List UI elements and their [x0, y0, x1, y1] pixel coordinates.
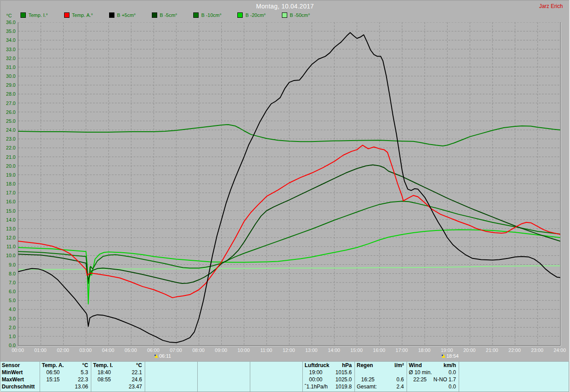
y-tick-label: 2.0: [0, 325, 16, 330]
stats-cell-value: 2.4: [396, 383, 406, 390]
legend-swatch-icon: [109, 12, 114, 18]
x-tick-label: 10:00: [234, 348, 253, 353]
stats-cell-time: Ø 10 min.: [408, 369, 432, 376]
legend-label: B -10cm°: [201, 12, 221, 18]
y-tick-label: 36.0: [0, 20, 16, 25]
stats-group-unit: [247, 362, 249, 369]
x-tick-label: 09:00: [211, 348, 231, 353]
stats-group-title: [251, 362, 252, 369]
y-tick-label: 33.0: [0, 47, 16, 52]
stats-group-unit: °C: [82, 362, 90, 369]
stats-cell-value: [300, 383, 301, 390]
stats-cell-time: 15:15: [41, 376, 60, 383]
x-tick-label: 13:00: [301, 348, 321, 353]
user-name-label: Jarz Erich: [539, 3, 563, 9]
y-tick-label: 7.0: [0, 280, 16, 285]
title-bar: Montag, 10.04.2017 Jarz Erich: [0, 0, 570, 12]
y-tick-label: 22.0: [0, 145, 16, 150]
y-tick-label: 12.0: [0, 235, 16, 240]
y-tick-label: 18.0: [0, 181, 16, 186]
x-tick-label: 03:00: [76, 348, 95, 353]
y-tick-label: 26.0: [0, 109, 16, 115]
stats-group-title: Regen: [356, 362, 373, 369]
x-tick-label: 22:00: [505, 348, 525, 353]
x-tick-label: 11:00: [256, 348, 276, 353]
stats-cell-value: [300, 376, 301, 383]
y-tick-label: 25.0: [0, 118, 16, 124]
legend-item-tempa[interactable]: Temp. A.°: [64, 12, 93, 18]
page-title: Montag, 10.04.2017: [0, 3, 570, 10]
sunset-time-label: 18:54: [446, 353, 459, 359]
stats-group-empty: [459, 362, 570, 392]
legend-item-b-20cm[interactable]: B -20cm°: [237, 12, 265, 18]
y-tick-label: 34.0: [0, 37, 16, 43]
y-tick-label: 35.0: [0, 28, 16, 34]
legend-item-b+5cm[interactable]: B +5cm°: [109, 12, 136, 18]
y-axis-unit-label: °C: [6, 13, 12, 18]
legend-swatch-icon: [64, 12, 69, 18]
stats-group-unit: km/h: [444, 362, 458, 369]
legend-item-tempi[interactable]: Temp. I.°: [20, 12, 48, 18]
stats-cell-value: [247, 376, 249, 383]
stats-cell-value: 0.0: [448, 369, 458, 376]
weather-app-window: Montag, 10.04.2017 Jarz Erich °C Temp. I…: [0, 0, 570, 392]
chart-plot-area[interactable]: [18, 22, 561, 346]
series-line-b-50cm: [18, 266, 560, 295]
stats-cell-time: [92, 383, 98, 390]
stats-group-title: [460, 362, 461, 369]
sunset-icon: [442, 354, 445, 358]
stats-cell-time: [146, 369, 151, 376]
stats-cell-value: [300, 369, 301, 376]
stats-group-unit: l/m²: [395, 362, 406, 369]
stats-group-unit: hPa: [342, 362, 354, 369]
stats-group-title: Temp. A.: [41, 362, 64, 369]
stats-cell-value: [247, 369, 249, 376]
legend-label: B -50cm°: [290, 12, 310, 18]
x-tick-label: 04:00: [98, 348, 118, 353]
x-tick-label: 21:00: [482, 348, 502, 353]
stats-cell-time: [251, 383, 256, 390]
y-tick-label: 8.0: [0, 271, 16, 276]
stats-cell-time: 06:50: [41, 369, 60, 376]
stats-cell-value: 0.6: [396, 376, 406, 383]
legend-label: Temp. I.°: [28, 12, 48, 18]
stats-row-label: MinWert: [0, 369, 40, 376]
chart-legend: Temp. I.°Temp. A.°B +5cm°B -5cm°B -10cm°…: [20, 12, 310, 18]
y-tick-label: 32.0: [0, 56, 16, 61]
sunrise-marker: 06:11: [155, 353, 171, 359]
stats-group-tempi: Temp. I.°C18:4022.108:5524.623.47: [91, 362, 145, 392]
stats-group-tempa: Temp. A.°C06:505.315:1522.313.06: [40, 362, 91, 392]
y-tick-label: 9.0: [0, 262, 16, 267]
y-tick-label: 4.0: [0, 307, 16, 312]
x-tick-label: 15:00: [347, 348, 366, 353]
stats-cell-time: [251, 376, 256, 383]
stats-cell-time: [199, 383, 204, 390]
stats-cell-time: [460, 369, 465, 376]
x-tick-label: 16:00: [369, 348, 389, 353]
stats-row-header-column: SensorMinWertMaxWertDurchschnitt: [0, 362, 40, 392]
legend-item-b-50cm[interactable]: B -50cm°: [282, 12, 310, 18]
x-tick-label: 18:00: [415, 348, 434, 353]
y-tick-label: 30.0: [0, 73, 16, 79]
x-tick-label: 12:00: [279, 348, 299, 353]
x-tick-label: 07:00: [166, 348, 186, 353]
legend-swatch-icon: [193, 12, 199, 18]
x-tick-label: 23:00: [527, 348, 547, 353]
stats-cell-value: N-NO 1.7: [433, 376, 458, 383]
stats-cell-value: 1019.8: [335, 383, 354, 390]
stats-group-unit: [300, 362, 301, 369]
x-tick-label: 20:00: [460, 348, 479, 353]
stats-cell-time: 16:25: [356, 376, 375, 383]
stats-group-luftdruck: LuftdruckhPa19:001015.600:001025.0ˆ1.1hP…: [302, 362, 354, 392]
y-tick-label: 6.0: [0, 289, 16, 294]
y-tick-label: 19.0: [0, 172, 16, 178]
stats-cell-time: 19:00: [304, 369, 322, 376]
legend-item-b-10cm[interactable]: B -10cm°: [193, 12, 221, 18]
x-tick-label: 01:00: [31, 348, 50, 353]
legend-item-b-5cm[interactable]: B -5cm°: [152, 12, 177, 18]
stats-row-label: Sensor: [0, 362, 40, 369]
stats-cell-time: 00:00: [304, 376, 322, 383]
sunrise-icon: [155, 354, 158, 358]
stats-cell-time: [199, 369, 204, 376]
y-tick-label: 23.0: [0, 136, 16, 141]
